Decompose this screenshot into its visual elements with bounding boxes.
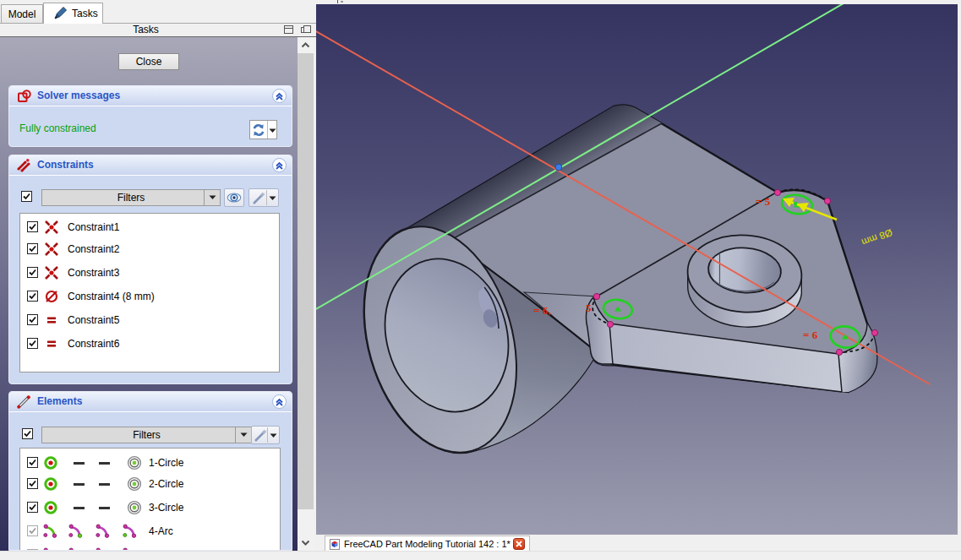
- svg-text:= 6,: = 6,: [533, 304, 550, 317]
- svg-text:= 6: = 6: [803, 329, 818, 341]
- svg-text:Ø8 mm: Ø8 mm: [860, 227, 894, 247]
- svg-text:5: 5: [586, 302, 592, 314]
- svg-text:= 5: = 5: [756, 195, 771, 208]
